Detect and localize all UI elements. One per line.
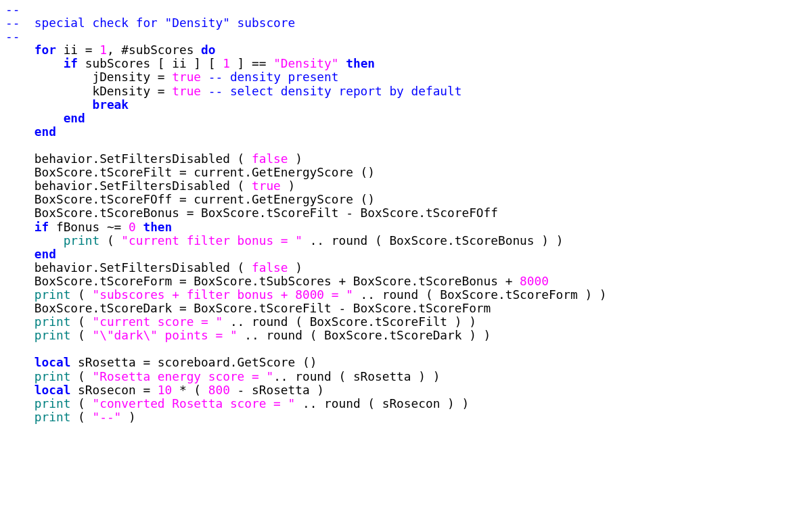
code-token: -- special check for "Density" subscore [5,16,295,30]
code-token: for [35,43,56,57]
code-token: print [35,328,71,342]
code-token: "subscores + filter bonus + 8000 = " [92,287,353,302]
code-token: 1 [223,56,230,70]
code-token: if [64,56,78,70]
code-token: "--" [92,410,121,424]
code-token: print [35,314,71,329]
code-token: 0 [129,220,136,234]
code-token: 800 [208,383,230,397]
code-token: -- density present [208,70,339,84]
code-token: local [35,355,71,369]
code-token: "Density" [273,56,338,70]
code-token: if [35,220,49,234]
code-token: false [252,151,288,166]
code-token: break [92,97,129,112]
code-token: -- [5,2,20,16]
code-token: 10 [158,383,172,397]
code-token: local [35,383,71,397]
code-token: -- [5,29,20,43]
code-token: print [35,396,71,410]
code-token: "current score = " [92,314,223,329]
code-token: "\"dark\" points = " [92,328,237,342]
code-token: print [35,287,71,302]
code-token: -- select density report by default [208,84,462,98]
code-token: true [172,84,201,98]
code-token: "Rosetta energy score = " [92,369,273,383]
code-token: 8000 [520,274,549,288]
code-token: then [143,220,172,234]
code-token: then [346,56,375,70]
code-token: true [252,179,281,193]
code-token: "current filter bonus = " [121,233,302,248]
code-token: do [201,43,215,57]
code-token: end [35,124,56,139]
code-block: -- -- special check for "Density" subsco… [0,0,812,424]
code-token: end [35,247,56,261]
code-token: print [35,410,71,424]
code-token: print [35,369,71,383]
code-token: true [172,70,201,84]
code-token: end [64,111,85,125]
code-token: "converted Rosetta score = " [92,396,295,410]
code-token: false [252,260,288,275]
code-token: 1 [99,43,107,57]
code-token: print [64,233,100,248]
